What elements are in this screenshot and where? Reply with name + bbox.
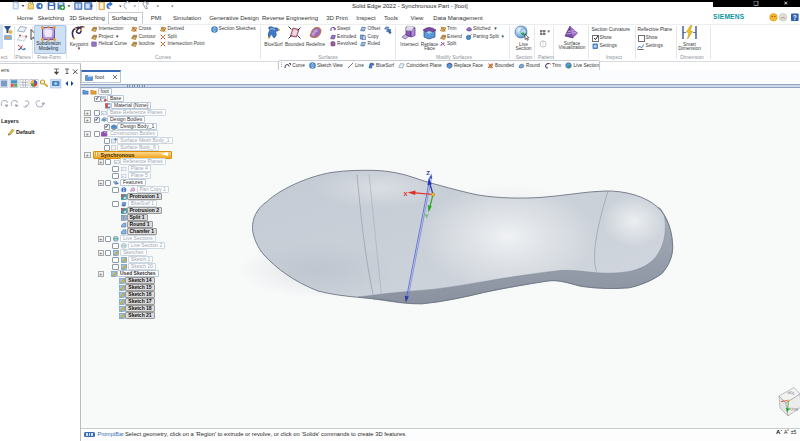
svg-text:Y: Y bbox=[424, 213, 428, 219]
svg-text:Z: Z bbox=[426, 170, 430, 176]
svg-text:?: ? bbox=[793, 13, 797, 20]
svg-text:X: X bbox=[403, 191, 407, 197]
